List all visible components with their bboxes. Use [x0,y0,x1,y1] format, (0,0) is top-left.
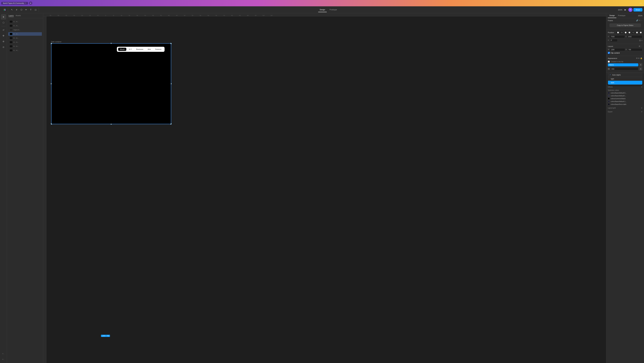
ruler-mark: 700 [212,15,220,16]
tab-design[interactable]: Design [318,8,327,12]
assets-tab[interactable]: Assets [16,14,21,17]
tokens-input[interactable] [608,63,638,66]
ruler-mark: 300 [149,15,157,16]
layer-item[interactable]: E... Ki... [8,40,42,44]
align-middle-button[interactable]: ⬛ [631,31,635,34]
x-input[interactable] [610,35,625,38]
distribute-button[interactable]: ⬜ [639,31,642,34]
effects-add-button[interactable]: + [641,86,642,88]
chain-icon[interactable]: ⛓ [639,40,641,42]
bottom-icon-2[interactable]: Kl... [1,357,6,362]
assets-icon[interactable]: ⬡ [1,20,6,25]
toolbar: ↖ # ⬡ ✏ T ◻ Design Prototype 101% ▶ U Sh… [0,6,644,13]
text-tool-button[interactable]: T [28,8,33,12]
frame-link-icon[interactable]: 🔗 [636,20,638,22]
nav-tab-business[interactable]: Business [134,48,145,51]
component-button[interactable]: ⬡ [19,8,24,12]
more-options-icon[interactable]: ⋯ [639,2,643,5]
layer-item[interactable]: E... Ki... [8,44,42,48]
export-title: Export + [606,110,644,113]
color-row-3[interactable]: colors/common/black [606,97,644,100]
position-xy-row: X Y [608,35,642,38]
align-center-button[interactable]: ⬛ [620,31,624,34]
appearance-icons: ⊞ 👁 🔒 [636,57,642,59]
play-button[interactable]: ▶ [623,8,628,12]
frame-more-icon[interactable]: ⋯ [641,20,642,22]
appearance-checkbox[interactable] [608,61,610,62]
layers-panel-icon[interactable]: ≡ [1,14,6,20]
pen-tool-button[interactable]: ✏ [24,8,28,12]
canvas-content[interactable]: Dark container World N.Y Bu [46,16,606,363]
figma-menu-button[interactable] [2,8,7,12]
move-icon[interactable]: ✥ [1,33,6,38]
w-input[interactable] [610,48,625,51]
tab-label: NextUI Figma Kit (Community) [3,2,24,4]
position-more-icon[interactable]: ≡ [642,40,642,42]
layers-tab[interactable]: Layers [8,14,14,17]
wh-row: W H [608,48,642,51]
layer-item[interactable]: E... Ki... [8,36,42,40]
layer-item[interactable]: Figma Ki... [8,28,42,32]
align-right-button[interactable]: ⬜ [624,31,627,34]
h-input[interactable] [628,48,642,51]
layout-grid-add-button[interactable]: + [641,107,642,109]
clip-content-checkbox[interactable] [608,52,610,54]
shape-tool-button[interactable]: ◻ [33,8,38,12]
design-tab[interactable]: Design [608,13,616,18]
dark-option-selected[interactable]: dark [608,81,642,84]
color-swatch-4 [608,100,610,102]
export-add-button[interactable]: + [641,110,642,113]
appearance-eye-icon[interactable]: 👁 [638,57,640,59]
appearance-grid-icon[interactable]: ⊞ [636,57,638,59]
nav-tab-science[interactable]: Science [153,48,163,51]
right-panel-tabs: Design Prototype 101% [606,13,644,18]
canvas-area[interactable]: -350 -300 -250 -200 -150 -100 -50 0 50 1… [43,13,606,363]
frame-tool-button[interactable]: # [14,8,19,12]
nav-tab-ny[interactable]: N.Y [127,48,134,51]
layer-item[interactable]: E... Ki... [8,20,42,24]
frame-edit-icon[interactable]: ↗ [639,20,640,22]
move-tool-button[interactable]: ↖ [10,8,14,12]
y-input[interactable] [627,35,642,38]
undo-icon[interactable]: ↺ [1,27,6,33]
token-add-button[interactable]: + [639,63,642,66]
tab-close-icon[interactable]: ✕ [25,2,26,4]
active-tab[interactable]: NextUI Figma Kit (Community) ✕ [1,2,28,4]
x-label: X [608,36,609,38]
nav-tab-arts[interactable]: Arts [146,48,153,51]
ruler-mark: -200 [70,15,78,16]
prototype-tab[interactable]: Prototype [616,13,627,18]
color-row-4[interactable]: colors/base/default-1... [606,100,644,103]
ruler-mark: 50 [110,15,118,16]
layer-item[interactable]: E... Ki... [8,49,42,52]
stroke-swatch[interactable] [608,68,610,70]
appearance-lock-icon[interactable]: 🔒 [640,57,642,59]
clip-content-row: Clip content [608,52,642,54]
frame-wrapper[interactable]: World N.Y Business Arts Science [51,43,171,124]
light-option[interactable]: light [608,77,642,81]
color-row-1[interactable]: colors/base/default-5... [606,92,644,94]
align-bottom-button[interactable]: ⬜ [635,31,639,34]
bottom-icon-1[interactable]: Kl... [1,351,6,356]
color-row-5[interactable]: colors/base/force-dark [606,103,644,106]
effects-section-title: Effects + [606,85,644,88]
stroke-input[interactable] [610,68,638,70]
layout-more-icon[interactable]: ⋯ [641,45,642,47]
grid-icon[interactable]: ⊞ [639,45,640,47]
color-row-2[interactable]: colors/base/default-f... [606,94,644,97]
align-left-button[interactable]: ⬜ [616,31,620,34]
remove-icon[interactable]: ⊘ [1,44,6,50]
stroke-add-button[interactable]: + [639,67,642,70]
auto-light-option[interactable]: ✓ Auto (light) [608,73,642,77]
rotation-input[interactable] [610,39,618,42]
nav-tab-world[interactable]: World [118,48,126,51]
layer-item[interactable]: E... Ki... [8,24,42,28]
copy-figma-slides-button[interactable]: Copy to Figma Slides [610,24,641,27]
add-tab-button[interactable]: + [29,2,32,5]
share-button[interactable]: Share [634,8,642,12]
align-top-button[interactable]: ⬜ [628,31,631,34]
layer-item-selected[interactable]: E... Ki... [8,32,42,36]
add-icon[interactable]: ⊕ [1,39,6,44]
tab-prototype[interactable]: Prototype [328,8,338,12]
layers-panel: Layers Assets E... Ki... E... Ki... Figm… [7,13,43,363]
